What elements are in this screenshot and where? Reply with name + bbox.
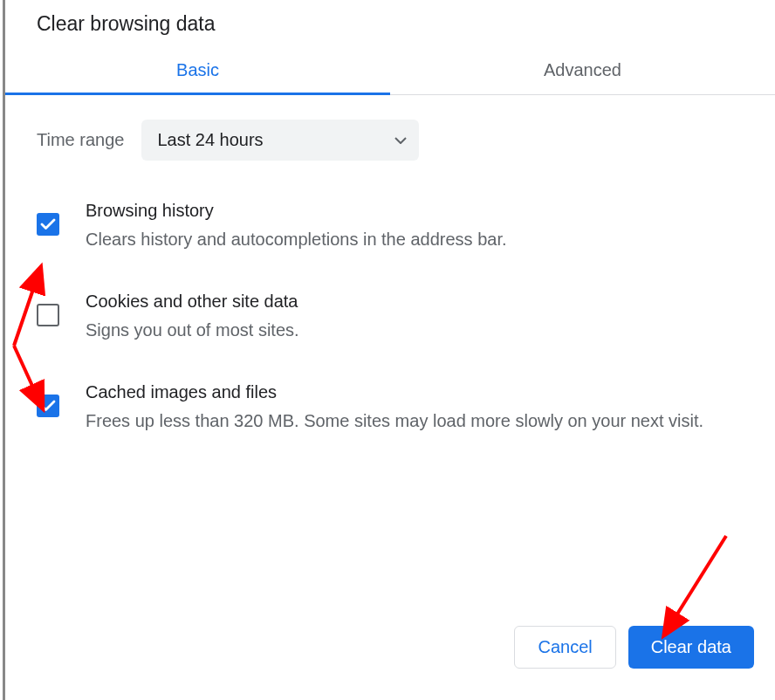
- option-cache-text: Cached images and files Frees up less th…: [86, 382, 744, 435]
- cancel-button[interactable]: Cancel: [514, 626, 615, 669]
- checkbox-cache[interactable]: [37, 395, 59, 417]
- option-browsing-history-desc: Clears history and autocompletions in th…: [86, 226, 744, 253]
- chevron-down-icon: [394, 137, 407, 144]
- button-row: Cancel Clear data: [514, 626, 754, 669]
- option-cookies-title: Cookies and other site data: [86, 292, 744, 312]
- option-cookies-desc: Signs you out of most sites.: [86, 317, 744, 344]
- dialog-content: Time range Last 24 hours Browsing histor…: [5, 95, 775, 435]
- checkbox-browsing-history[interactable]: [37, 213, 59, 236]
- option-cookies-text: Cookies and other site data Signs you ou…: [86, 292, 744, 344]
- time-range-value: Last 24 hours: [157, 130, 263, 150]
- dialog-title: Clear browsing data: [5, 0, 775, 45]
- option-browsing-history: Browsing history Clears history and auto…: [37, 201, 744, 253]
- option-browsing-history-title: Browsing history: [86, 201, 744, 221]
- tab-basic[interactable]: Basic: [5, 45, 390, 94]
- tab-advanced[interactable]: Advanced: [390, 45, 775, 94]
- option-cache-title: Cached images and files: [86, 382, 744, 402]
- time-range-dropdown[interactable]: Last 24 hours: [141, 120, 419, 161]
- checkbox-cookies[interactable]: [37, 304, 59, 326]
- time-range-row: Time range Last 24 hours: [37, 120, 744, 161]
- clear-data-button[interactable]: Clear data: [628, 626, 754, 669]
- option-cache-desc: Frees up less than 320 MB. Some sites ma…: [86, 408, 744, 435]
- tabs: Basic Advanced: [5, 45, 775, 95]
- clear-browsing-data-dialog: Clear browsing data Basic Advanced Time …: [3, 0, 775, 700]
- time-range-label: Time range: [37, 130, 124, 150]
- option-cookies: Cookies and other site data Signs you ou…: [37, 292, 744, 344]
- option-browsing-history-text: Browsing history Clears history and auto…: [86, 201, 744, 253]
- option-cache: Cached images and files Frees up less th…: [37, 382, 744, 435]
